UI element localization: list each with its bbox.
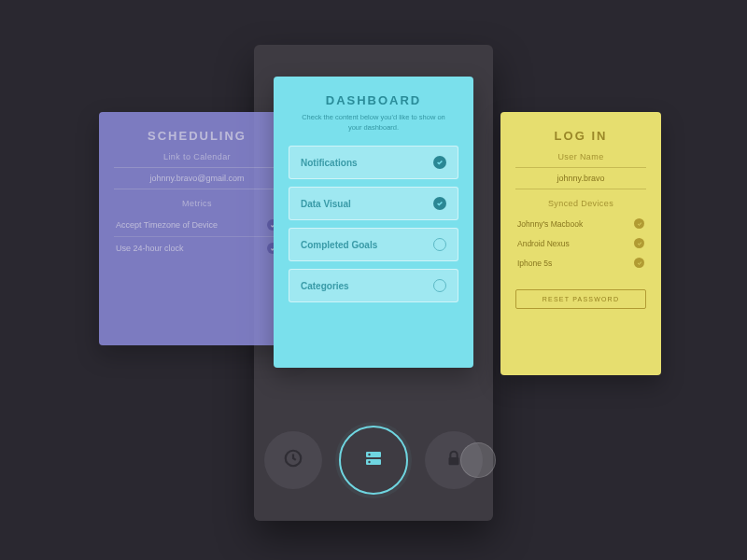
device-label: Iphone 5s [517,259,552,268]
check-icon [634,238,644,248]
svg-rect-5 [449,457,459,465]
scheduling-card[interactable]: SCHEDULING Link to Calendar johnny.bravo… [99,112,295,345]
metric-label: Use 24-hour clock [116,244,184,253]
check-icon [634,218,644,229]
device-row[interactable]: Android Nexus [515,233,646,253]
option-label: Completed Goals [301,240,377,250]
dashboard-option[interactable]: Completed Goals [289,228,458,261]
metric-label: Accept Timezone of Device [116,220,218,230]
login-card[interactable]: LOG IN User Name johnny.bravo Synced Dev… [500,112,661,375]
reset-password-button[interactable]: RESET PASSWORD [515,289,646,309]
device-label: Johnny's Macbook [517,219,583,229]
dashboard-title: DASHBOARD [289,93,458,107]
dashboard-option[interactable]: Data Visual [289,187,458,220]
clock-icon [283,448,303,472]
dashboard-option[interactable]: Notifications [289,146,458,179]
drag-knob[interactable] [460,442,496,478]
synced-devices-label: Synced Devices [515,199,646,208]
link-calendar-label: Link to Calendar [114,152,280,161]
unchecked-icon [433,238,446,251]
check-icon [433,156,446,169]
device-label: Android Nexus [517,239,570,248]
dashboard-subtitle: Check the content below you'd like to sh… [289,113,458,133]
nav-scheduling[interactable] [264,431,322,489]
svg-point-3 [368,454,370,455]
metrics-label: Metrics [114,199,280,208]
username-label: User Name [515,152,646,161]
unchecked-icon [433,279,446,292]
option-label: Notifications [301,158,358,168]
device-row[interactable]: Iphone 5s [515,253,646,273]
bottom-nav [254,431,493,495]
dashboard-card: DASHBOARD Check the content below you'd … [274,77,473,368]
metric-row[interactable]: Use 24-hour clock [114,237,280,259]
dashboard-option[interactable]: Categories [289,269,458,302]
calendar-email-field[interactable]: johnny.bravo@gmail.com [114,167,280,189]
option-label: Categories [301,281,349,291]
check-icon [634,258,644,268]
scheduling-title: SCHEDULING [114,129,280,143]
server-icon [362,447,385,473]
svg-point-4 [368,461,370,463]
option-label: Data Visual [301,199,351,209]
nav-dashboard[interactable] [339,426,408,495]
nav-login[interactable] [425,431,483,489]
username-field[interactable]: johnny.bravo [515,167,646,189]
device-row[interactable]: Johnny's Macbook [515,214,646,233]
metric-row[interactable]: Accept Timezone of Device [114,214,280,237]
check-icon [433,197,446,210]
login-title: LOG IN [515,129,646,143]
